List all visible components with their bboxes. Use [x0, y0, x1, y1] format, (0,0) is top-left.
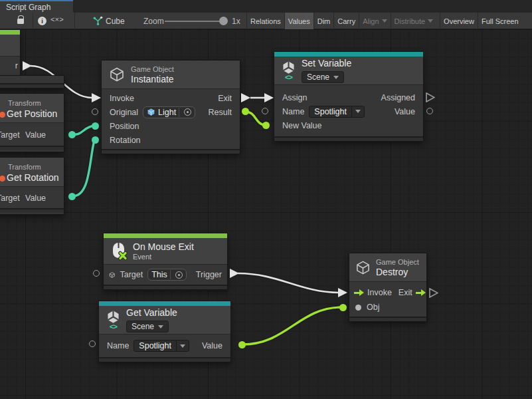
carry-button[interactable]: Carry: [333, 13, 359, 29]
object-picker-icon[interactable]: [175, 271, 183, 279]
variable-name-dropdown[interactable]: Spotlight: [309, 106, 365, 118]
relations-button[interactable]: Relations: [246, 13, 284, 29]
port-label-obj: Obj: [367, 303, 379, 312]
separator: [74, 13, 75, 29]
value-port-icon: [355, 305, 361, 311]
port-label-exit: Exit: [399, 288, 412, 297]
chevron-down-icon: [428, 19, 433, 23]
port-label-target: Target: [0, 194, 20, 203]
chevron-down-icon: [333, 76, 339, 79]
port-getrotation-value-out[interactable]: [68, 193, 76, 200]
port-destroy-obj-in[interactable]: [339, 304, 347, 311]
port-label-new-value: New Value: [282, 121, 322, 130]
node-instantiate[interactable]: Game Object Instantiate Invoke Exit Orig…: [101, 60, 240, 154]
graph-breadcrumb-icon: [93, 16, 103, 29]
dropdown-button[interactable]: [351, 106, 364, 117]
port-instantiate-original-in[interactable]: [92, 108, 98, 115]
node-destroy[interactable]: Game Object Destroy Invoke Exit Obj: [349, 253, 427, 322]
node-get-variable[interactable]: <> Get Variable Scene Name Spotlight Val…: [98, 301, 231, 362]
node-footer: [349, 317, 426, 321]
game-object-cube-icon: [109, 270, 115, 280]
button-label: Dim: [317, 17, 331, 25]
node-offscreen-event[interactable]: r: [0, 29, 21, 76]
unity-logo-icon: [282, 61, 296, 74]
port-destroy-exit-out[interactable]: [429, 288, 438, 301]
variable-scope-dropdown[interactable]: Scene: [126, 321, 169, 332]
node-header: [0, 35, 20, 57]
port-onmouseexit-trigger-out[interactable]: [230, 269, 239, 278]
node-on-mouse-exit[interactable]: On Mouse Exit Event Target This Trigger: [103, 233, 228, 290]
object-field-value: This: [151, 270, 167, 279]
zoom-slider-knob[interactable]: [219, 17, 228, 25]
node-title: Get Rotation: [7, 172, 59, 183]
node-footer: [102, 149, 240, 154]
port-destroy-invoke-in[interactable]: [338, 288, 347, 297]
code-preview-icon[interactable]: <×>: [50, 16, 64, 24]
button-label: Align: [363, 17, 379, 25]
node-get-rotation[interactable]: Transform Get Rotation Target Value: [0, 157, 64, 215]
port-label-invoke: Invoke: [367, 288, 392, 297]
port-setvariable-value-out[interactable]: [426, 108, 433, 114]
divider: [179, 108, 179, 117]
port-instantiate-exit-out[interactable]: [241, 93, 250, 102]
object-picker-icon[interactable]: [184, 108, 191, 116]
overview-button[interactable]: Overview: [440, 13, 478, 29]
titlebar: Script Graph ⋮ ×: [0, 0, 532, 13]
port-instantiate-invoke-in[interactable]: [92, 93, 101, 102]
button-label: Values: [288, 17, 310, 25]
port-setvariable-name-in[interactable]: [262, 108, 268, 114]
port-label-original: Original: [110, 108, 138, 117]
align-button[interactable]: Align: [359, 13, 390, 29]
node-set-variable[interactable]: <> Set Variable Scene Assign Assigned Na…: [274, 51, 424, 142]
port-label-value: Value: [395, 107, 415, 116]
port-label-result: Result: [209, 108, 232, 117]
port-label-target: Target: [120, 270, 143, 279]
original-object-field[interactable]: Light: [143, 106, 195, 118]
graph-canvas[interactable]: [0, 29, 532, 399]
variable-kind-icon: <>: [110, 324, 117, 330]
port-getvariable-value-out[interactable]: [238, 341, 246, 348]
distribute-button[interactable]: Distribute: [391, 13, 436, 29]
port-setvariable-assign-in[interactable]: [264, 93, 274, 102]
port-label-rotation: Rotation: [110, 136, 141, 145]
node-get-position[interactable]: Transform Get Position Target Value: [0, 93, 64, 152]
node-offscreen-fragment[interactable]: [0, 75, 64, 88]
port-instantiate-position-in[interactable]: [92, 122, 99, 130]
target-object-field[interactable]: This: [147, 269, 187, 281]
port-getvariable-name-in[interactable]: [89, 340, 96, 347]
port-getposition-value-out[interactable]: [68, 131, 76, 138]
chevron-down-icon: [180, 344, 185, 348]
chevron-down-icon: [158, 325, 163, 329]
prefab-cube-icon: [147, 108, 155, 116]
port-instantiate-rotation-in[interactable]: [92, 136, 99, 144]
game-object-cube-icon: [109, 66, 125, 82]
values-button[interactable]: Values: [284, 13, 313, 29]
dropdown-button[interactable]: [176, 340, 189, 351]
port-label-value: Value: [25, 130, 46, 140]
port-event-trigger-out[interactable]: [23, 61, 32, 70]
port-setvariable-newvalue-in[interactable]: [262, 122, 270, 129]
port-label-value: Value: [25, 194, 46, 203]
variable-scope-dropdown[interactable]: Scene: [302, 71, 344, 83]
dim-button[interactable]: Dim: [313, 13, 334, 29]
info-icon[interactable]: i: [38, 17, 46, 25]
separator: [33, 13, 33, 29]
port-label-value: Value: [202, 341, 222, 350]
lock-icon[interactable]: [17, 19, 24, 24]
breadcrumb-graph-name[interactable]: Cube: [106, 17, 125, 26]
port-onmouseexit-target-in[interactable]: [93, 270, 100, 277]
fullscreen-button[interactable]: Full Screen: [478, 13, 522, 29]
node-category: Transform: [8, 99, 41, 107]
tab-script-graph[interactable]: Script Graph: [0, 0, 73, 13]
scope-value: Scene: [307, 72, 329, 82]
chevron-down-icon: [355, 110, 361, 113]
port-instantiate-result-out[interactable]: [242, 108, 249, 115]
variable-name-dropdown[interactable]: Spotlight: [133, 340, 189, 352]
port-setvariable-assigned-out[interactable]: [426, 92, 435, 105]
unity-logo-icon: [106, 310, 120, 324]
node-title: Destroy: [376, 267, 419, 277]
node-footer: [0, 146, 64, 150]
node-subtitle: Event: [133, 253, 194, 261]
zoom-slider-track[interactable]: [165, 21, 222, 22]
port-label-target: Target: [0, 130, 20, 140]
